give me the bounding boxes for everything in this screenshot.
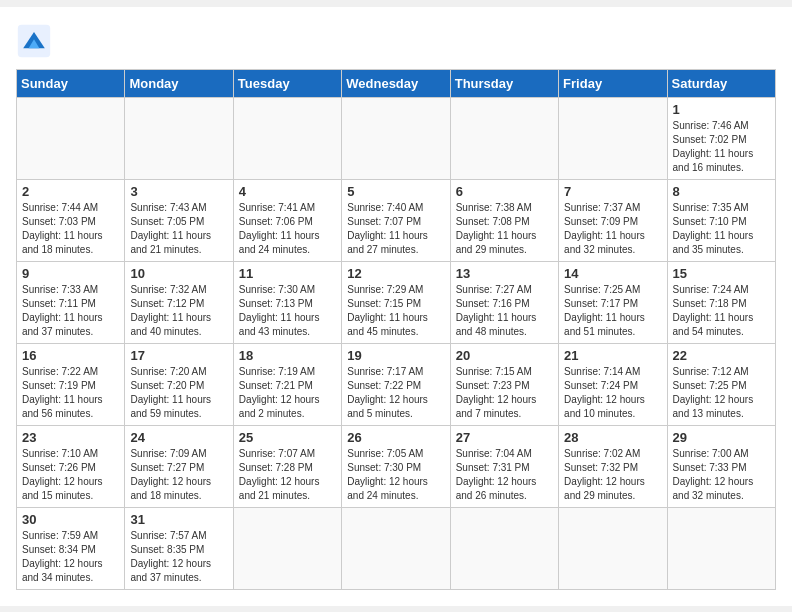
logo-icon — [16, 23, 52, 59]
day-number: 30 — [22, 512, 119, 527]
day-number: 23 — [22, 430, 119, 445]
day-number: 11 — [239, 266, 336, 281]
day-info: Sunrise: 7:44 AM Sunset: 7:03 PM Dayligh… — [22, 201, 119, 257]
day-info: Sunrise: 7:27 AM Sunset: 7:16 PM Dayligh… — [456, 283, 553, 339]
day-cell: 16Sunrise: 7:22 AM Sunset: 7:19 PM Dayli… — [17, 343, 125, 425]
day-cell: 15Sunrise: 7:24 AM Sunset: 7:18 PM Dayli… — [667, 261, 775, 343]
day-number: 19 — [347, 348, 444, 363]
day-info: Sunrise: 7:37 AM Sunset: 7:09 PM Dayligh… — [564, 201, 661, 257]
day-number: 3 — [130, 184, 227, 199]
day-cell — [342, 97, 450, 179]
day-info: Sunrise: 7:43 AM Sunset: 7:05 PM Dayligh… — [130, 201, 227, 257]
day-cell: 20Sunrise: 7:15 AM Sunset: 7:23 PM Dayli… — [450, 343, 558, 425]
day-cell — [125, 97, 233, 179]
week-row-4: 23Sunrise: 7:10 AM Sunset: 7:26 PM Dayli… — [17, 425, 776, 507]
day-number: 5 — [347, 184, 444, 199]
weekday-header-monday: Monday — [125, 69, 233, 97]
day-info: Sunrise: 7:22 AM Sunset: 7:19 PM Dayligh… — [22, 365, 119, 421]
day-info: Sunrise: 7:38 AM Sunset: 7:08 PM Dayligh… — [456, 201, 553, 257]
week-row-1: 2Sunrise: 7:44 AM Sunset: 7:03 PM Daylig… — [17, 179, 776, 261]
day-cell: 25Sunrise: 7:07 AM Sunset: 7:28 PM Dayli… — [233, 425, 341, 507]
day-number: 25 — [239, 430, 336, 445]
day-cell: 29Sunrise: 7:00 AM Sunset: 7:33 PM Dayli… — [667, 425, 775, 507]
day-info: Sunrise: 7:15 AM Sunset: 7:23 PM Dayligh… — [456, 365, 553, 421]
day-info: Sunrise: 7:59 AM Sunset: 8:34 PM Dayligh… — [22, 529, 119, 585]
day-cell — [342, 507, 450, 589]
day-number: 6 — [456, 184, 553, 199]
day-cell — [667, 507, 775, 589]
day-cell: 3Sunrise: 7:43 AM Sunset: 7:05 PM Daylig… — [125, 179, 233, 261]
day-info: Sunrise: 7:46 AM Sunset: 7:02 PM Dayligh… — [673, 119, 770, 175]
day-cell — [233, 507, 341, 589]
day-info: Sunrise: 7:41 AM Sunset: 7:06 PM Dayligh… — [239, 201, 336, 257]
week-row-0: 1Sunrise: 7:46 AM Sunset: 7:02 PM Daylig… — [17, 97, 776, 179]
day-info: Sunrise: 7:09 AM Sunset: 7:27 PM Dayligh… — [130, 447, 227, 503]
day-info: Sunrise: 7:32 AM Sunset: 7:12 PM Dayligh… — [130, 283, 227, 339]
day-cell: 2Sunrise: 7:44 AM Sunset: 7:03 PM Daylig… — [17, 179, 125, 261]
day-cell: 12Sunrise: 7:29 AM Sunset: 7:15 PM Dayli… — [342, 261, 450, 343]
calendar-container: SundayMondayTuesdayWednesdayThursdayFrid… — [0, 7, 792, 606]
day-cell: 30Sunrise: 7:59 AM Sunset: 8:34 PM Dayli… — [17, 507, 125, 589]
day-info: Sunrise: 7:24 AM Sunset: 7:18 PM Dayligh… — [673, 283, 770, 339]
day-number: 18 — [239, 348, 336, 363]
day-number: 9 — [22, 266, 119, 281]
day-info: Sunrise: 7:17 AM Sunset: 7:22 PM Dayligh… — [347, 365, 444, 421]
day-number: 29 — [673, 430, 770, 445]
day-number: 12 — [347, 266, 444, 281]
day-info: Sunrise: 7:10 AM Sunset: 7:26 PM Dayligh… — [22, 447, 119, 503]
day-number: 2 — [22, 184, 119, 199]
week-row-2: 9Sunrise: 7:33 AM Sunset: 7:11 PM Daylig… — [17, 261, 776, 343]
day-cell: 4Sunrise: 7:41 AM Sunset: 7:06 PM Daylig… — [233, 179, 341, 261]
day-number: 7 — [564, 184, 661, 199]
day-cell: 26Sunrise: 7:05 AM Sunset: 7:30 PM Dayli… — [342, 425, 450, 507]
day-info: Sunrise: 7:30 AM Sunset: 7:13 PM Dayligh… — [239, 283, 336, 339]
day-info: Sunrise: 7:14 AM Sunset: 7:24 PM Dayligh… — [564, 365, 661, 421]
day-info: Sunrise: 7:29 AM Sunset: 7:15 PM Dayligh… — [347, 283, 444, 339]
day-cell: 13Sunrise: 7:27 AM Sunset: 7:16 PM Dayli… — [450, 261, 558, 343]
day-cell: 7Sunrise: 7:37 AM Sunset: 7:09 PM Daylig… — [559, 179, 667, 261]
day-info: Sunrise: 7:19 AM Sunset: 7:21 PM Dayligh… — [239, 365, 336, 421]
day-cell: 28Sunrise: 7:02 AM Sunset: 7:32 PM Dayli… — [559, 425, 667, 507]
day-number: 1 — [673, 102, 770, 117]
day-info: Sunrise: 7:07 AM Sunset: 7:28 PM Dayligh… — [239, 447, 336, 503]
weekday-header-thursday: Thursday — [450, 69, 558, 97]
weekday-header-saturday: Saturday — [667, 69, 775, 97]
day-cell: 23Sunrise: 7:10 AM Sunset: 7:26 PM Dayli… — [17, 425, 125, 507]
weekday-header-tuesday: Tuesday — [233, 69, 341, 97]
day-info: Sunrise: 7:40 AM Sunset: 7:07 PM Dayligh… — [347, 201, 444, 257]
day-info: Sunrise: 7:02 AM Sunset: 7:32 PM Dayligh… — [564, 447, 661, 503]
day-info: Sunrise: 7:04 AM Sunset: 7:31 PM Dayligh… — [456, 447, 553, 503]
day-cell: 21Sunrise: 7:14 AM Sunset: 7:24 PM Dayli… — [559, 343, 667, 425]
day-cell: 1Sunrise: 7:46 AM Sunset: 7:02 PM Daylig… — [667, 97, 775, 179]
day-cell — [17, 97, 125, 179]
week-row-5: 30Sunrise: 7:59 AM Sunset: 8:34 PM Dayli… — [17, 507, 776, 589]
day-cell: 24Sunrise: 7:09 AM Sunset: 7:27 PM Dayli… — [125, 425, 233, 507]
day-cell: 10Sunrise: 7:32 AM Sunset: 7:12 PM Dayli… — [125, 261, 233, 343]
weekday-header-wednesday: Wednesday — [342, 69, 450, 97]
day-info: Sunrise: 7:05 AM Sunset: 7:30 PM Dayligh… — [347, 447, 444, 503]
day-cell: 17Sunrise: 7:20 AM Sunset: 7:20 PM Dayli… — [125, 343, 233, 425]
day-cell: 14Sunrise: 7:25 AM Sunset: 7:17 PM Dayli… — [559, 261, 667, 343]
day-number: 27 — [456, 430, 553, 445]
day-info: Sunrise: 7:35 AM Sunset: 7:10 PM Dayligh… — [673, 201, 770, 257]
weekday-header-friday: Friday — [559, 69, 667, 97]
day-number: 14 — [564, 266, 661, 281]
day-number: 31 — [130, 512, 227, 527]
day-cell: 27Sunrise: 7:04 AM Sunset: 7:31 PM Dayli… — [450, 425, 558, 507]
day-number: 28 — [564, 430, 661, 445]
day-number: 15 — [673, 266, 770, 281]
day-number: 26 — [347, 430, 444, 445]
calendar-header — [16, 23, 776, 59]
day-cell — [450, 97, 558, 179]
day-info: Sunrise: 7:20 AM Sunset: 7:20 PM Dayligh… — [130, 365, 227, 421]
day-cell: 22Sunrise: 7:12 AM Sunset: 7:25 PM Dayli… — [667, 343, 775, 425]
weekday-header-row: SundayMondayTuesdayWednesdayThursdayFrid… — [17, 69, 776, 97]
day-info: Sunrise: 7:25 AM Sunset: 7:17 PM Dayligh… — [564, 283, 661, 339]
day-cell: 6Sunrise: 7:38 AM Sunset: 7:08 PM Daylig… — [450, 179, 558, 261]
day-cell — [450, 507, 558, 589]
day-cell: 19Sunrise: 7:17 AM Sunset: 7:22 PM Dayli… — [342, 343, 450, 425]
day-number: 17 — [130, 348, 227, 363]
day-number: 24 — [130, 430, 227, 445]
week-row-3: 16Sunrise: 7:22 AM Sunset: 7:19 PM Dayli… — [17, 343, 776, 425]
calendar-table: SundayMondayTuesdayWednesdayThursdayFrid… — [16, 69, 776, 590]
